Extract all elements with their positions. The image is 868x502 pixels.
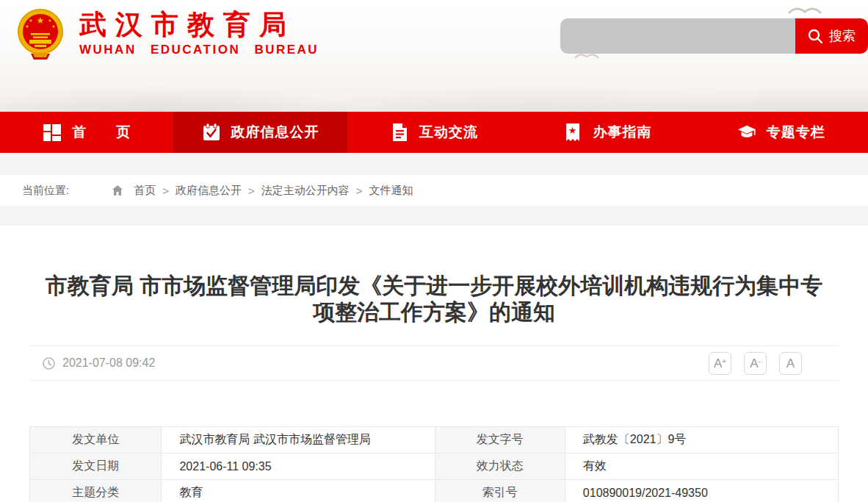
site-brand: ★ ★ ★ ★ ★ 武汉市教育局 WUHAN EDUCATION BUREAU [16, 8, 319, 60]
spacer-strip [0, 153, 868, 175]
nav-label: 首 页 [72, 123, 131, 142]
nav-item-gov-info[interactable]: 政府信息公开 [173, 112, 347, 153]
article-title: 市教育局 市市场监督管理局印发《关于进一步开展校外培训机构违规行为集中专项整治工… [45, 273, 823, 326]
breadcrumb: 当前位置: 首页 > 政府信息公开 > 法定主动公开内容 > 文件通知 [0, 175, 868, 206]
field-label-topic-category: 主题分类 [30, 480, 162, 502]
nav-item-special-topics[interactable]: 专题专栏 [695, 112, 868, 153]
breadcrumb-separator: > [162, 184, 169, 197]
nav-label: 政府信息公开 [231, 123, 319, 142]
publish-date-text: 2021-07-08 09:42 [62, 356, 155, 370]
nav-label: 专题专栏 [767, 123, 825, 142]
site-title: 武汉市教育局 [79, 10, 319, 40]
main-nav: 首 页 政府信息公开 互动交流 ★ 办事指南 [0, 112, 868, 153]
badge-star-icon: ★ [563, 123, 582, 142]
grid-icon [43, 123, 62, 142]
document-icon [390, 123, 409, 142]
article-meta-row: 2021-07-08 09:42 A+ A- A [29, 345, 839, 381]
field-label-document-number: 发文字号 [435, 427, 565, 453]
svg-text:★: ★ [48, 18, 51, 23]
svg-text:★: ★ [29, 18, 32, 23]
search-input[interactable] [560, 18, 795, 54]
breadcrumb-link-gov-info[interactable]: 政府信息公开 [176, 184, 242, 198]
font-reset-button[interactable]: A [779, 352, 802, 375]
font-size-controls: A+ A- A [709, 352, 802, 375]
table-row: 主题分类 教育 索引号 010890019/2021-49350 [30, 480, 839, 502]
spacer-strip [0, 206, 868, 226]
bird-decoration-icon [787, 4, 822, 16]
clock-icon [43, 357, 55, 370]
field-value-index-number: 010890019/2021-49350 [565, 480, 838, 502]
table-row: 发文日期 2021-06-11 09:35 效力状态 有效 [30, 453, 839, 480]
breadcrumb-link-statutory-disclosure[interactable]: 法定主动公开内容 [261, 184, 350, 198]
breadcrumb-link-document-notice[interactable]: 文件通知 [369, 184, 413, 198]
font-decrease-button[interactable]: A- [744, 352, 767, 375]
nav-item-interaction[interactable]: 互动交流 [347, 112, 521, 153]
table-row: 发文单位 武汉市教育局 武汉市市场监督管理局 发文字号 武教发〔2021〕9号 [30, 427, 839, 453]
search-icon [808, 29, 823, 44]
breadcrumb-separator: > [248, 184, 255, 197]
breadcrumb-link-home[interactable]: 首页 [134, 184, 156, 198]
clipboard-check-icon [202, 123, 221, 142]
nav-label: 互动交流 [419, 123, 478, 142]
field-value-topic-category: 教育 [162, 480, 435, 502]
field-value-issue-date: 2021-06-11 09:35 [162, 453, 435, 480]
breadcrumb-separator: > [356, 184, 363, 197]
field-value-validity-status: 有效 [565, 453, 838, 480]
breadcrumb-prefix: 当前位置: [22, 184, 69, 198]
field-label-validity-status: 效力状态 [435, 453, 565, 480]
nav-item-home[interactable]: 首 页 [0, 112, 173, 153]
font-increase-button[interactable]: A+ [709, 352, 731, 375]
svg-text:★: ★ [25, 24, 29, 29]
document-info-table: 发文单位 武汉市教育局 武汉市市场监督管理局 发文字号 武教发〔2021〕9号 … [29, 426, 839, 502]
nav-item-service-guide[interactable]: ★ 办事指南 [521, 112, 694, 153]
field-label-issue-date: 发文日期 [30, 453, 162, 480]
field-value-issuing-unit: 武汉市教育局 武汉市市场监督管理局 [162, 427, 435, 453]
home-icon [112, 184, 123, 196]
svg-text:★: ★ [37, 15, 45, 26]
site-header: ★ ★ ★ ★ ★ 武汉市教育局 WUHAN EDUCATION BUREAU … [0, 0, 868, 112]
search-button[interactable]: 搜索 [795, 18, 868, 54]
field-value-document-number: 武教发〔2021〕9号 [565, 427, 838, 453]
nav-label: 办事指南 [593, 123, 651, 142]
graduation-cap-icon [737, 123, 756, 142]
china-national-emblem-icon: ★ ★ ★ ★ ★ [16, 8, 65, 60]
field-label-issuing-unit: 发文单位 [30, 427, 162, 453]
header-hills-decoration [0, 53, 868, 112]
svg-text:★: ★ [51, 24, 55, 29]
search-bar: 搜索 [560, 18, 868, 54]
publish-date: 2021-07-08 09:42 [43, 356, 155, 370]
article-content: 市教育局 市市场监督管理局印发《关于进一步开展校外培训机构违规行为集中专项整治工… [0, 273, 868, 502]
site-subtitle: WUHAN EDUCATION BUREAU [79, 43, 319, 57]
svg-text:★: ★ [568, 125, 578, 136]
search-button-label: 搜索 [829, 27, 856, 45]
field-label-index-number: 索引号 [435, 480, 565, 502]
